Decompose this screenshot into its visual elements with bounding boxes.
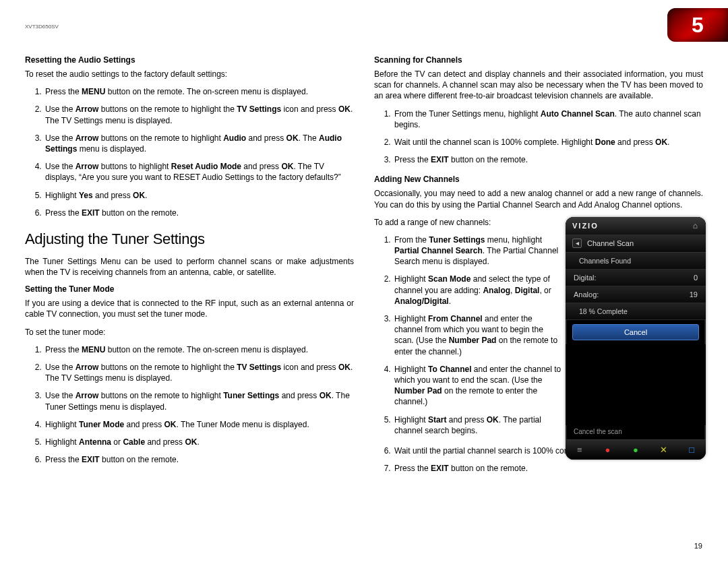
back-icon: ◂ (572, 239, 582, 248)
step: Press the MENU button on the remote. The… (44, 86, 354, 97)
tuner-mode-para1: If you are using a device that is connec… (25, 298, 354, 319)
step: Highlight Start and press OK. The partia… (393, 414, 562, 436)
step: Highlight Antenna or Cable and press OK. (44, 437, 354, 447)
device-hint: Cancel the scan (566, 425, 706, 438)
steps-reset-audio: Press the MENU button on the remote. The… (25, 86, 354, 218)
step: From the Tuner Settings menu, highlight … (393, 235, 562, 268)
step: Use the Arrow buttons on the remote to h… (44, 104, 354, 125)
step: Wait until the channel scan is 100% comp… (393, 137, 703, 148)
chapter-badge: 5 (667, 8, 728, 42)
device-navbar: ≡ ● ● ✕ □ (566, 439, 706, 460)
step: Use the Arrow buttons on the remote to h… (44, 133, 354, 154)
nav-green-icon: ● (630, 445, 642, 455)
steps-tuner-mode: Press the MENU button on the remote. The… (25, 344, 354, 466)
step: Highlight To Channel and enter the chann… (393, 364, 562, 408)
subhead-reset-audio: Resetting the Audio Settings (25, 55, 354, 65)
device-row-found: Channels Found (566, 253, 706, 270)
device-row-analog: Analog:19 (566, 286, 706, 303)
nav-blue-icon: □ (686, 445, 698, 455)
device-brand: VIZIO (572, 222, 599, 230)
nav-red-icon: ● (601, 445, 613, 455)
tuner-intro: The Tuner Settings Menu can be used to p… (25, 256, 354, 278)
step: Press the EXIT button on the remote. (393, 463, 703, 474)
step: Press the EXIT button on the remote. (44, 208, 354, 218)
step: Highlight Tuner Mode and press OK. The T… (44, 419, 354, 430)
steps-scanning: From the Tuner Settings menu, highlight … (374, 108, 703, 166)
device-title-row: ◂ Channel Scan (566, 235, 706, 253)
section-title-tuner: Adjusting the Tuner Settings (25, 230, 354, 248)
nav-menu-icon: ≡ (574, 445, 586, 455)
device-title: Channel Scan (587, 239, 634, 247)
nav-yellow-icon: ✕ (658, 445, 670, 455)
subhead-tuner-mode: Setting the Tuner Mode (25, 284, 354, 294)
step: Press the MENU button on the remote. The… (44, 344, 354, 355)
step: Use the Arrow buttons on the remote to h… (44, 362, 354, 383)
adding-intro: Occasionally, you may need to add a new … (374, 188, 703, 210)
subhead-scanning: Scanning for Channels (374, 55, 703, 65)
tv-remote-screen: VIZIO ⌂ ◂ Channel Scan Channels Found Di… (566, 217, 706, 460)
step: Use the Arrow buttons to highlight Reset… (44, 161, 354, 183)
step: Highlight Scan Mode and select the type … (393, 274, 562, 307)
right-column: Scanning for Channels Before the TV can … (374, 55, 703, 483)
device-header: VIZIO ⌂ (566, 217, 706, 235)
home-icon: ⌂ (693, 221, 699, 230)
device-cancel-button: Cancel (572, 324, 699, 340)
step: Highlight From Channel and enter the cha… (393, 313, 562, 357)
step: From the Tuner Settings menu, highlight … (393, 108, 703, 130)
steps-adding-narrow: From the Tuner Settings menu, highlight … (374, 235, 562, 436)
subhead-adding: Adding New Channels (374, 175, 703, 184)
step: Press the EXIT button on the remote. (44, 454, 354, 465)
adding-block: To add a range of new channels: From the… (374, 217, 703, 436)
device-row-progress: 18 % Complete (566, 303, 706, 320)
left-column: Resetting the Audio Settings To reset th… (25, 55, 354, 483)
device-blank-area (566, 344, 706, 425)
intro-reset-audio: To reset the audio settings to the facto… (25, 69, 354, 80)
step: Press the EXIT button on the remote. (393, 154, 703, 165)
content-columns: Resetting the Audio Settings To reset th… (25, 55, 703, 483)
step: Use the Arrow buttons on the remote to h… (44, 390, 354, 412)
tuner-mode-para2: To set the tuner mode: (25, 327, 354, 338)
device-row-digital: Digital:0 (566, 270, 706, 286)
scanning-intro: Before the TV can detect and display cha… (374, 69, 703, 102)
page-number: 19 (694, 542, 702, 550)
model-number: XVT3D650SV (25, 24, 59, 30)
step: Highlight Yes and press OK. (44, 190, 354, 201)
